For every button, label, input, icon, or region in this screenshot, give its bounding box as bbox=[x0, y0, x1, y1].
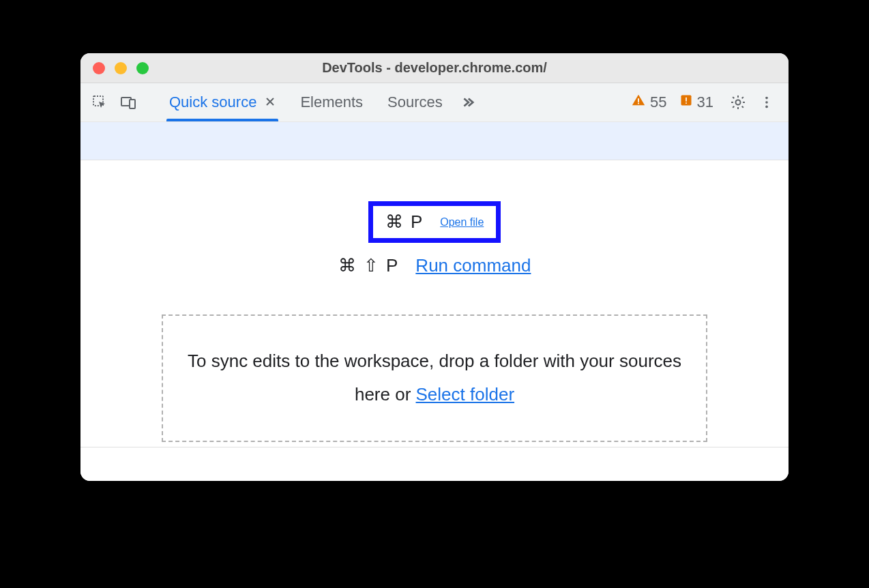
tab-label: Sources bbox=[387, 93, 443, 111]
svg-point-8 bbox=[736, 100, 741, 105]
svg-rect-7 bbox=[686, 102, 687, 104]
warnings-count: 55 bbox=[650, 93, 666, 111]
window-title: DevTools - developer.chrome.com/ bbox=[80, 60, 789, 76]
warning-triangle-icon bbox=[631, 93, 646, 112]
open-file-keys: ⌘ P bbox=[385, 211, 424, 233]
tab-label: Quick source bbox=[169, 93, 256, 111]
window-titlebar: DevTools - developer.chrome.com/ bbox=[80, 53, 789, 83]
svg-point-9 bbox=[765, 97, 768, 100]
devtools-window: DevTools - developer.chrome.com/ Quick s… bbox=[80, 53, 789, 481]
tab-quick-source[interactable]: Quick source bbox=[157, 83, 288, 121]
shortcut-hints: ⌘ P Open file ⌘ ⇧ P Run command bbox=[80, 201, 789, 276]
svg-rect-3 bbox=[638, 98, 639, 102]
svg-rect-2 bbox=[130, 100, 135, 108]
tab-label: Elements bbox=[300, 93, 363, 111]
quick-source-panel: ⌘ P Open file ⌘ ⇧ P Run command To sync … bbox=[80, 160, 789, 447]
issue-square-icon bbox=[679, 93, 693, 111]
device-toolbar-icon[interactable] bbox=[116, 90, 141, 115]
minimize-window-button[interactable] bbox=[115, 62, 127, 74]
more-tabs-icon[interactable] bbox=[455, 90, 480, 115]
svg-rect-6 bbox=[686, 98, 687, 102]
devtools-toolbar: Quick source Elements Sources bbox=[80, 83, 789, 122]
settings-gear-icon[interactable] bbox=[726, 90, 750, 115]
panel-footer bbox=[80, 447, 789, 481]
close-window-button[interactable] bbox=[93, 62, 105, 74]
traffic-lights bbox=[93, 62, 149, 74]
more-options-icon[interactable] bbox=[754, 90, 779, 115]
issues-count: 31 bbox=[697, 93, 713, 111]
run-command-shortcut: ⌘ ⇧ P Run command bbox=[338, 255, 531, 276]
open-file-shortcut-highlight: ⌘ P Open file bbox=[368, 201, 501, 243]
select-folder-link[interactable]: Select folder bbox=[416, 384, 515, 405]
panel-subtoolbar bbox=[80, 122, 789, 160]
workspace-dropzone[interactable]: To sync edits to the workspace, drop a f… bbox=[162, 314, 707, 442]
tab-elements[interactable]: Elements bbox=[288, 83, 375, 121]
svg-point-11 bbox=[765, 106, 768, 108]
tab-sources[interactable]: Sources bbox=[375, 83, 455, 121]
svg-rect-4 bbox=[638, 103, 639, 104]
open-file-link[interactable]: Open file bbox=[440, 216, 484, 229]
svg-point-10 bbox=[765, 101, 768, 104]
run-command-link[interactable]: Run command bbox=[415, 255, 531, 276]
maximize-window-button[interactable] bbox=[136, 62, 149, 74]
run-command-keys: ⌘ ⇧ P bbox=[338, 255, 400, 276]
close-tab-icon[interactable] bbox=[265, 95, 276, 111]
panel-tabs: Quick source Elements Sources bbox=[157, 83, 480, 121]
inspect-element-icon[interactable] bbox=[87, 90, 112, 115]
warnings-indicator[interactable]: 55 bbox=[631, 93, 666, 112]
issues-indicator[interactable]: 31 bbox=[679, 93, 713, 111]
